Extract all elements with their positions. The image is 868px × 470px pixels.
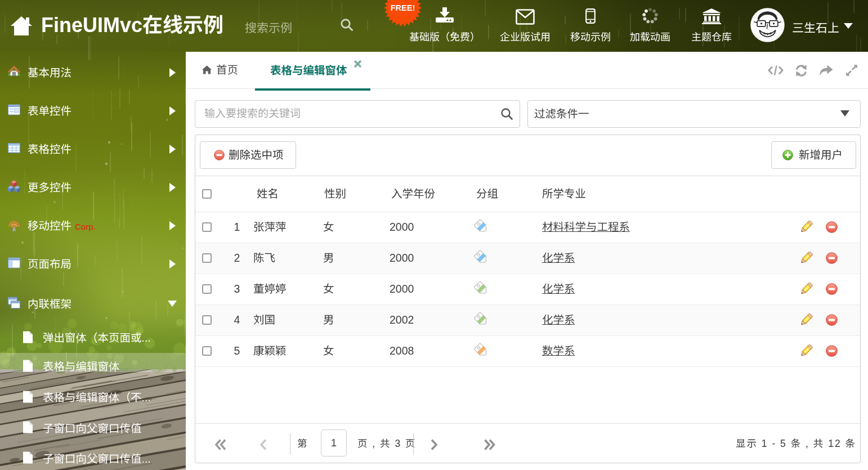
svg-text:FREE!: FREE!	[391, 3, 415, 12]
